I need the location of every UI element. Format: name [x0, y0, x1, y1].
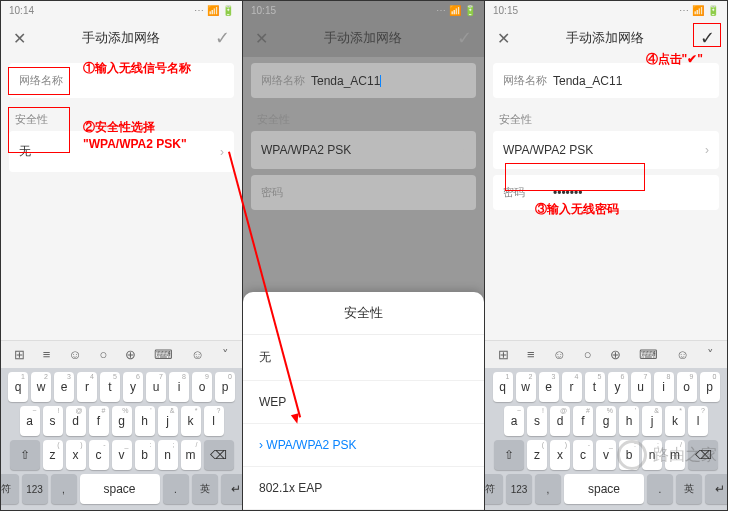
select-value: WPA/WPA2 PSK — [261, 143, 351, 157]
sheet-option-none[interactable]: 无 — [243, 335, 484, 381]
key-j[interactable]: &j — [158, 406, 178, 436]
key-z[interactable]: (z — [527, 440, 547, 470]
key-z[interactable]: (z — [43, 440, 63, 470]
key-backspace[interactable]: ⌫ — [688, 440, 718, 470]
key-t[interactable]: 5t — [100, 372, 120, 402]
page-title: 手动添加网络 — [82, 29, 160, 47]
key-k[interactable]: *k — [181, 406, 201, 436]
key-l[interactable]: ?l — [688, 406, 708, 436]
key-r[interactable]: 4r — [562, 372, 582, 402]
key-d[interactable]: @d — [66, 406, 86, 436]
key-c[interactable]: -c — [573, 440, 593, 470]
key-j[interactable]: &j — [642, 406, 662, 436]
key-p[interactable]: 0p — [700, 372, 720, 402]
key-f[interactable]: #f — [573, 406, 593, 436]
status-time: 10:15 — [251, 5, 276, 16]
key-m[interactable]: /m — [665, 440, 685, 470]
screen-2: 10:15 ⋯ 📶 🔋 ✕ 手动添加网络 ✓ 网络名称 Tenda_AC11 安… — [243, 1, 485, 510]
key-i[interactable]: 8i — [169, 372, 189, 402]
key-w[interactable]: 2w — [31, 372, 51, 402]
security-label: 安全性 — [1, 104, 242, 131]
key-i[interactable]: 8i — [654, 372, 674, 402]
field-value: Tenda_AC11 — [553, 74, 709, 88]
key-u[interactable]: 7u — [146, 372, 166, 402]
close-icon[interactable]: ✕ — [497, 29, 510, 48]
confirm-icon[interactable]: ✓ — [457, 27, 472, 49]
key-w[interactable]: 2w — [516, 372, 536, 402]
key-fn_sym[interactable]: 符 — [1, 474, 19, 504]
key-n[interactable]: ;n — [642, 440, 662, 470]
key-v[interactable]: _v — [112, 440, 132, 470]
key-e[interactable]: 3e — [539, 372, 559, 402]
sheet-option-wep[interactable]: WEP — [243, 381, 484, 424]
key-h[interactable]: 'h — [619, 406, 639, 436]
key-q[interactable]: 1q — [8, 372, 28, 402]
key-enter[interactable]: ↵ — [221, 474, 244, 504]
confirm-icon[interactable]: ✓ — [215, 27, 230, 49]
security-select[interactable]: 无 › — [9, 131, 234, 172]
sheet-option-eap[interactable]: 802.1x EAP — [243, 467, 484, 510]
key-b[interactable]: :b — [619, 440, 639, 470]
key-h[interactable]: 'h — [135, 406, 155, 436]
key-d[interactable]: @d — [550, 406, 570, 436]
key-u[interactable]: 7u — [631, 372, 651, 402]
key-fn_sym[interactable]: 符 — [485, 474, 503, 504]
network-name-field[interactable]: 网络名称 — [9, 63, 234, 98]
key-y[interactable]: 6y — [123, 372, 143, 402]
status-time: 10:14 — [9, 5, 34, 16]
key-l[interactable]: ?l — [204, 406, 224, 436]
password-field[interactable]: 密码 — [251, 175, 476, 210]
key-fn_num[interactable]: 123 — [506, 474, 532, 504]
key-x[interactable]: )x — [550, 440, 570, 470]
status-icons: ⋯ 📶 🔋 — [194, 5, 234, 16]
key-o[interactable]: 9o — [677, 372, 697, 402]
key-g[interactable]: %g — [596, 406, 616, 436]
key-backspace[interactable]: ⌫ — [204, 440, 234, 470]
key-r[interactable]: 4r — [77, 372, 97, 402]
key-s[interactable]: !s — [43, 406, 63, 436]
key-k[interactable]: *k — [665, 406, 685, 436]
security-select[interactable]: WPA/WPA2 PSK › — [493, 131, 719, 169]
field-label: 网络名称 — [19, 73, 69, 88]
key-c[interactable]: -c — [89, 440, 109, 470]
key-n[interactable]: ;n — [158, 440, 178, 470]
key-shift[interactable]: ⇧ — [494, 440, 524, 470]
key-space[interactable]: space — [564, 474, 644, 504]
key-fn_comma[interactable]: , — [535, 474, 561, 504]
status-bar: 10:15 ⋯ 📶 🔋 — [243, 1, 484, 19]
key-fn_num[interactable]: 123 — [22, 474, 48, 504]
security-select[interactable]: WPA/WPA2 PSK › — [251, 131, 476, 169]
key-enter[interactable]: ↵ — [705, 474, 727, 504]
key-p[interactable]: 0p — [215, 372, 235, 402]
key-g[interactable]: %g — [112, 406, 132, 436]
key-shift[interactable]: ⇧ — [10, 440, 40, 470]
key-a[interactable]: ~a — [20, 406, 40, 436]
key-m[interactable]: /m — [181, 440, 201, 470]
key-s[interactable]: !s — [527, 406, 547, 436]
header: ✕ 手动添加网络 ✓ — [1, 19, 242, 57]
password-field[interactable]: 密码 ••••••• — [493, 175, 719, 210]
close-icon[interactable]: ✕ — [13, 29, 26, 48]
key-q[interactable]: 1q — [493, 372, 513, 402]
close-icon[interactable]: ✕ — [255, 29, 268, 48]
key-fn_comma[interactable]: , — [51, 474, 77, 504]
key-fn_period[interactable]: . — [163, 474, 189, 504]
key-a[interactable]: ~a — [504, 406, 524, 436]
key-fn_lang[interactable]: 英 — [676, 474, 702, 504]
key-f[interactable]: #f — [89, 406, 109, 436]
key-fn_lang[interactable]: 英 — [192, 474, 218, 504]
key-y[interactable]: 6y — [608, 372, 628, 402]
key-v[interactable]: _v — [596, 440, 616, 470]
network-name-field[interactable]: 网络名称 Tenda_AC11 — [251, 63, 476, 98]
key-t[interactable]: 5t — [585, 372, 605, 402]
key-space[interactable]: space — [80, 474, 160, 504]
kb-toolbar: ⊞≡☺○⊕⌨☺˅ — [1, 340, 242, 368]
key-b[interactable]: :b — [135, 440, 155, 470]
key-x[interactable]: )x — [66, 440, 86, 470]
network-name-field[interactable]: 网络名称 Tenda_AC11 — [493, 63, 719, 98]
key-o[interactable]: 9o — [192, 372, 212, 402]
key-e[interactable]: 3e — [54, 372, 74, 402]
confirm-icon[interactable]: ✓ — [700, 27, 715, 49]
key-fn_period[interactable]: . — [647, 474, 673, 504]
sheet-option-wpa[interactable]: › WPA/WPA2 PSK — [243, 424, 484, 467]
